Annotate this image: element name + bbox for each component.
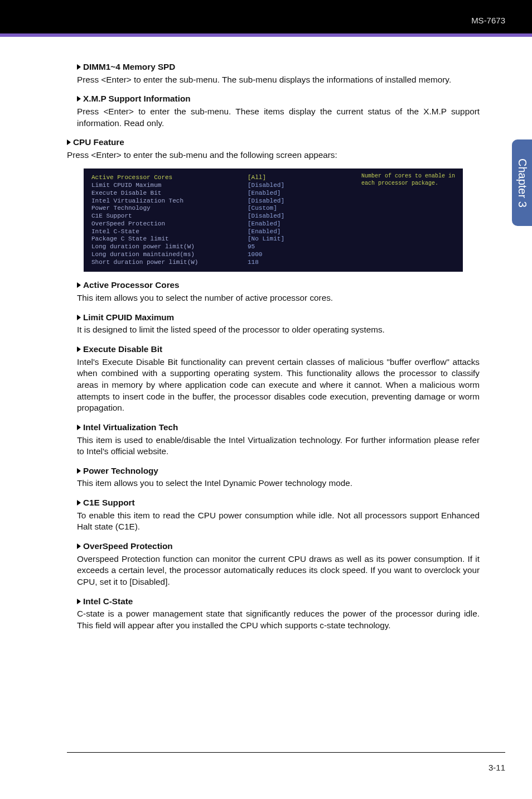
bios-key: Package C State limit <box>91 235 248 243</box>
bios-key: Limit CPUID Maximum <box>91 182 248 190</box>
bios-row: Short duration power limit(W)118 <box>84 259 463 267</box>
accent-strip <box>0 33 532 37</box>
triangle-icon <box>67 139 71 145</box>
bios-value: [Disabled] <box>248 182 326 190</box>
triangle-icon <box>77 96 81 102</box>
bios-key: Active Processor Cores <box>91 174 248 182</box>
body-power-tech: This item allows you to select the Intel… <box>77 478 480 489</box>
bios-help-text: Number of cores to enable in each proces… <box>361 173 456 187</box>
body-overspeed: Overspeed Protection function can monito… <box>77 553 480 588</box>
footer-rule <box>67 752 505 753</box>
heading-c1e: C1E Support <box>77 497 480 509</box>
heading-exec-disable: Execute Disable Bit <box>77 344 480 355</box>
body-cpu-feature: Press <Enter> to enter the sub-menu and … <box>67 150 480 161</box>
heading-xmp: X.M.P Support Information <box>77 93 480 105</box>
body-active-cores: This item allows you to select the numbe… <box>77 292 480 304</box>
triangle-icon <box>77 64 81 70</box>
bios-value: [Enabled] <box>248 228 326 236</box>
bios-key: Long duration power limit(W) <box>91 243 248 251</box>
heading-limit-cpuid: Limit CPUID Maximum <box>77 312 480 324</box>
chapter-label: Chapter 3 <box>516 158 529 208</box>
page: MS-7673 Chapter 3 DIMM1~4 Memory SPD Pre… <box>0 0 532 799</box>
bios-key: Power Technology <box>91 205 248 213</box>
footer: 3-11 <box>67 752 505 772</box>
bios-key: Intel Virtualization Tech <box>91 198 248 205</box>
triangle-icon <box>77 543 81 549</box>
bios-key: Execute Disable Bit <box>91 190 248 198</box>
bios-value: 1000 <box>248 251 326 259</box>
bios-value: [No Limit] <box>248 235 326 243</box>
bios-key: Long duration maintained(ms) <box>91 251 248 259</box>
bios-key: Intel C-State <box>91 228 248 236</box>
bios-screenshot: Active Processor Cores[All]Limit CPUID M… <box>84 169 463 272</box>
bios-row: Intel Virtualization Tech[Disabled] <box>84 198 463 205</box>
heading-intel-virt: Intel Virtualization Tech <box>77 422 480 434</box>
triangle-icon <box>77 500 81 506</box>
triangle-icon <box>77 599 81 604</box>
bios-value: [Disabled] <box>248 198 326 205</box>
body-limit-cpuid: It is designed to limit the listed speed… <box>77 324 480 336</box>
heading-cpu-feature: CPU Feature <box>67 137 480 148</box>
body-intel-virt: This item is used to enable/disable the … <box>77 435 480 458</box>
bios-row: Power Technology[Custom] <box>84 205 463 213</box>
bios-key: OverSpeed Protection <box>91 220 248 228</box>
body-dimm: Press <Enter> to enter the sub-menu. The… <box>77 74 480 86</box>
triangle-icon <box>77 282 81 288</box>
heading-active-cores: Active Processor Cores <box>77 280 480 291</box>
heading-power-tech: Power Technology <box>77 465 480 477</box>
page-number: 3-11 <box>67 763 505 772</box>
bios-key: C1E Support <box>91 213 248 220</box>
heading-dimm: DIMM1~4 Memory SPD <box>77 61 480 73</box>
bios-row: Long duration power limit(W)95 <box>84 243 463 251</box>
heading-intel-cstate: Intel C-State <box>77 596 480 608</box>
body-intel-cstate: C-state is a power management state that… <box>77 608 480 631</box>
bios-row: Package C State limit[No Limit] <box>84 235 463 243</box>
bios-key: Short duration power limit(W) <box>91 259 248 267</box>
triangle-icon <box>77 468 81 474</box>
bios-row: OverSpeed Protection[Enabled] <box>84 220 463 228</box>
bios-row: Intel C-State[Enabled] <box>84 228 463 236</box>
bios-row: C1E Support[Disabled] <box>84 213 463 220</box>
bios-value: 118 <box>248 259 326 267</box>
body-c1e: To enable this item to read the CPU powe… <box>77 510 480 533</box>
bios-value: [Enabled] <box>248 220 326 228</box>
triangle-icon <box>77 346 81 352</box>
chapter-tab: Chapter 3 <box>512 139 532 226</box>
bios-value: 95 <box>248 243 326 251</box>
body-exec-disable: Intel's Execute Disable Bit functionalit… <box>77 357 480 414</box>
bios-row: Execute Disable Bit[Enabled] <box>84 190 463 198</box>
bios-row: Long duration maintained(ms)1000 <box>84 251 463 259</box>
model-label: MS-7673 <box>471 16 505 25</box>
content: DIMM1~4 Memory SPD Press <Enter> to ente… <box>67 54 480 635</box>
bios-value: [All] <box>248 174 326 182</box>
bios-value: [Custom] <box>248 205 326 213</box>
body-xmp: Press <Enter> to enter the sub-menu. The… <box>77 106 480 129</box>
heading-overspeed: OverSpeed Protection <box>77 541 480 552</box>
header-bar: MS-7673 <box>0 0 532 33</box>
bios-value: [Disabled] <box>248 213 326 220</box>
triangle-icon <box>77 425 81 430</box>
bios-value: [Enabled] <box>248 190 326 198</box>
triangle-icon <box>77 315 81 320</box>
